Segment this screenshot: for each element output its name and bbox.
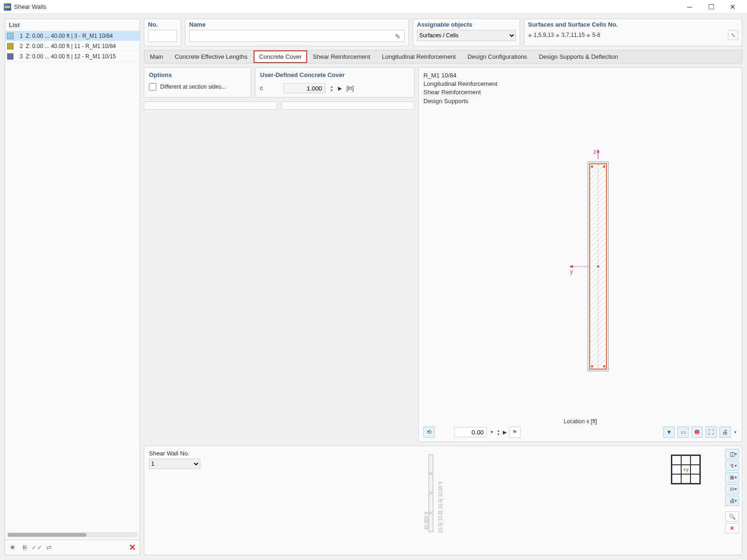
tab-concrete-effective-lengths[interactable]: Concrete Effective Lengths	[169, 50, 254, 63]
list-row-index: 2	[16, 43, 23, 49]
check-button[interactable]: ✓✓	[31, 542, 42, 553]
no-label: No.	[148, 21, 177, 28]
list-row-index: 3	[16, 53, 23, 60]
empty-panel-right	[281, 101, 415, 110]
location-input[interactable]	[454, 427, 487, 437]
color-swatch	[7, 33, 14, 39]
surface-icon: ◈	[556, 32, 559, 38]
view-cube-icon[interactable]: +y	[671, 455, 701, 484]
zoom-fit-button[interactable]: 🔍	[725, 511, 739, 522]
svg-point-9	[591, 165, 593, 168]
location-label: Location x [ft]	[423, 418, 737, 425]
surface-icon: ◈	[528, 32, 532, 38]
list-row[interactable]: 2 Z: 0.00 ... 40.00 ft | 11 - R_M1 10/84	[5, 41, 140, 51]
shear-wall-no-select[interactable]: 1	[149, 459, 200, 469]
preview-panel: R_M1 10/84 Longitudinal Reinforcement Sh…	[418, 67, 742, 442]
duplicate-button[interactable]: ⎘	[19, 542, 30, 553]
surface-group: 3,7,11,15	[561, 32, 585, 38]
color-swatch	[7, 43, 14, 49]
close-button[interactable]: ✕	[722, 0, 743, 14]
location-reset-button[interactable]: ⟲	[423, 427, 435, 438]
preview-line: Shear Reinforcement	[423, 88, 737, 97]
list-header: List	[5, 19, 140, 31]
titlebar: Shear Walls ─ ☐ ✕	[0, 0, 747, 14]
cross-section-view: z y	[423, 105, 737, 418]
list-row-text: Z: 0.00 ... 40.00 ft | 11 - R_M1 10/84	[26, 43, 116, 49]
pick-surfaces-button[interactable]: ⤡	[728, 30, 738, 40]
bottom-panel: Shear Wall No. 1 40.000 ft 10.0( 10.0( 1…	[144, 446, 742, 555]
tab-design-supports-deflection[interactable]: Design Supports & Deflection	[533, 50, 624, 63]
tab-longitudinal-reinforcement[interactable]: Longitudinal Reinforcement	[376, 50, 462, 63]
options-panel: Options Different at section sides...	[144, 67, 251, 98]
list-row[interactable]: 3 Z: 0.00 ... 40.00 ft | 12 - R_M1 10/15	[5, 51, 140, 62]
different-sides-input[interactable]	[149, 83, 156, 91]
preview-line: Design Supports	[423, 97, 737, 105]
print-caret-icon[interactable]: ▼	[733, 430, 737, 434]
view-print-button[interactable]: 🖨▼	[725, 496, 739, 506]
location-spinner[interactable]: ▲▼	[497, 429, 500, 436]
color-swatch	[7, 53, 14, 60]
edit-name-icon[interactable]: ✎	[394, 32, 402, 41]
surface-icon: ◈	[586, 32, 590, 38]
minimize-button[interactable]: ─	[679, 0, 700, 14]
list-scrollbar[interactable]	[7, 532, 138, 538]
swap-button[interactable]: ⇄	[43, 542, 55, 553]
maximize-button[interactable]: ☐	[700, 0, 722, 14]
cover-header: User-Defined Concrete Cover	[260, 71, 409, 78]
options-header: Options	[149, 71, 246, 78]
view-3d-button[interactable]: ◫▼	[725, 449, 739, 459]
list-row-index: 1	[16, 33, 23, 39]
tab-main[interactable]: Main	[144, 50, 169, 63]
cover-spinner[interactable]: ▲▼	[330, 85, 333, 92]
name-label: Name	[189, 21, 405, 28]
preview-item-list: R_M1 10/84 Longitudinal Reinforcement Sh…	[423, 71, 737, 105]
list-row[interactable]: 1 Z: 0.00 ... 40.00 ft | 3 - R_M1 10/84	[5, 31, 140, 41]
location-flag-button[interactable]: ⚑	[509, 427, 521, 438]
list-row-text: Z: 0.00 ... 40.00 ft | 12 - R_M1 10/15	[26, 53, 116, 60]
delete-button[interactable]: ✕	[127, 542, 138, 553]
cover-value-input[interactable]	[283, 83, 325, 93]
view-layers-button[interactable]: ≣▼	[725, 472, 739, 483]
surfaces-label: Surfaces and Surface Cells No.	[528, 21, 738, 28]
svg-point-11	[591, 365, 593, 367]
new-item-button[interactable]: ✳	[7, 542, 18, 553]
cover-panel: User-Defined Concrete Cover c ▲▼ ▶ [in]	[255, 67, 415, 98]
dimension-button[interactable]: ⛶	[705, 427, 717, 438]
surface-group: 1,5,9,13	[534, 32, 554, 38]
surface-group: 5-8	[592, 32, 600, 38]
tab-design-configurations[interactable]: Design Configurations	[462, 50, 533, 63]
cover-unit: [in]	[346, 85, 354, 91]
window-title: Shear Walls	[14, 3, 47, 10]
info-button[interactable]: ➊	[691, 427, 703, 438]
assignable-label: Assignable objects	[417, 21, 516, 28]
different-sides-label: Different at section sides...	[160, 84, 226, 90]
cover-param-name: c	[260, 85, 279, 91]
list-body: 1 Z: 0.00 ... 40.00 ft | 3 - R_M1 10/84 …	[5, 31, 140, 530]
list-row-text: Z: 0.00 ... 40.00 ft | 3 - R_M1 10/84	[26, 33, 113, 39]
no-input[interactable]	[148, 30, 177, 42]
axis-y-label: y	[570, 268, 573, 275]
location-dropdown-icon[interactable]: ▼	[490, 430, 494, 434]
cover-step-button[interactable]: ▶	[338, 85, 342, 91]
different-sides-checkbox[interactable]: Different at section sides...	[149, 83, 246, 91]
location-step-button[interactable]: ▶	[503, 429, 507, 435]
tab-shear-reinforcement[interactable]: Shear Reinforcement	[307, 50, 376, 63]
empty-panel-left	[144, 101, 277, 110]
app-icon	[4, 3, 11, 11]
view-axes-button[interactable]: ↯▼	[725, 461, 739, 471]
shear-wall-no-label: Shear Wall No.	[149, 450, 737, 457]
surfaces-cell: Surfaces and Surface Cells No. ◈ 1,5,9,1…	[524, 19, 742, 46]
list-panel: List 1 Z: 0.00 ... 40.00 ft | 3 - R_M1 1…	[5, 19, 140, 555]
tab-concrete-cover[interactable]: Concrete Cover	[254, 50, 307, 63]
preview-line: R_M1 10/84	[423, 71, 737, 80]
name-input[interactable]	[189, 30, 405, 42]
filter-button[interactable]: ▼	[663, 427, 675, 438]
close-view-button[interactable]: ✕	[725, 523, 739, 533]
print-button[interactable]: 🖨	[719, 427, 731, 438]
section-view-button[interactable]: ▭	[677, 427, 689, 438]
name-cell: Name ✎	[185, 19, 409, 46]
assignable-select[interactable]: Surfaces / Cells	[417, 30, 516, 41]
svg-marker-1	[597, 149, 599, 153]
view-numbers-button[interactable]: 10▼	[725, 484, 739, 494]
wall-elevation-schematic: 40.000 ft 10.0( 10.0( 10.0( 10.00 ft	[419, 451, 443, 539]
